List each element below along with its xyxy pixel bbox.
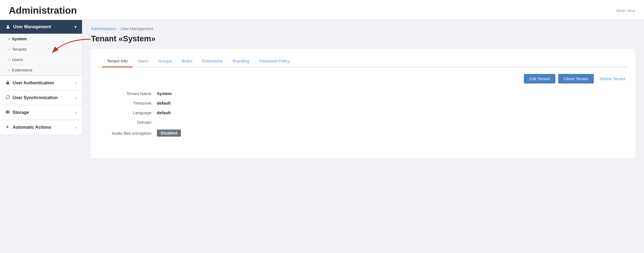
sidebar-item-label: Extensions (12, 68, 32, 72)
chevron-right-icon: » (8, 58, 10, 62)
chevron-left-icon: ‹ (75, 125, 77, 130)
sidebar-header-storage[interactable]: Storage ‹ (0, 105, 82, 120)
chevron-left-icon: ‹ (75, 96, 77, 100)
sidebar-items-user-management: » System » Tenants » Users » Extensions (0, 34, 82, 75)
svg-point-5 (9, 111, 9, 111)
field-label-audio-encryption: Audio files encryption: (98, 131, 152, 136)
field-label-domain: Domain: (98, 120, 152, 125)
field-row-domain: Domain: (98, 120, 629, 125)
sidebar-label-user-synchronization: User Synchronization (13, 95, 58, 100)
sidebar-item-label: Tenants (12, 47, 27, 51)
sidebar-label-automatic-actions: Automatic Actions (13, 125, 51, 130)
svg-point-6 (9, 113, 9, 113)
edit-tenant-button[interactable]: Edit Tenant (524, 74, 556, 84)
tab-extensions[interactable]: Extensions (197, 55, 227, 67)
main-content: Administration › User Management Tenant … (82, 20, 644, 251)
field-label-timezone: Timezone: (98, 101, 152, 105)
storage-icon (5, 110, 10, 115)
chevron-down-icon: ▾ (75, 25, 77, 29)
wide-view-link[interactable]: Wide view (616, 8, 635, 13)
content-card: Tenant Info Users Groups Roles Extension… (91, 49, 635, 158)
sidebar-item-label: Users (12, 57, 23, 62)
tenant-fields: Tenant Name: System Timezone: default La… (98, 91, 629, 137)
action-buttons: Edit Tenant Clone Tenant Delete Tenant (98, 74, 629, 84)
chevron-right-icon: » (8, 47, 10, 51)
sidebar-label-user-management: User Management (13, 24, 51, 29)
tab-bar: Tenant Info Users Groups Roles Extension… (98, 55, 629, 67)
field-value-timezone: default (157, 101, 171, 105)
chevron-left-icon: ‹ (75, 111, 77, 115)
sidebar: User Management ▾ » System » Tenants » (0, 20, 82, 135)
page-main-title: Administration (9, 5, 77, 16)
sidebar-item-tenants[interactable]: » Tenants (0, 44, 82, 54)
tab-users[interactable]: Users (132, 55, 153, 67)
status-badge-disabled: Disabled (157, 130, 181, 137)
svg-point-1 (7, 25, 9, 27)
tab-branding[interactable]: Branding (228, 55, 254, 67)
sidebar-header-user-authentication[interactable]: User Authentication ‹ (0, 76, 82, 90)
tab-tenant-info[interactable]: Tenant Info (102, 55, 132, 67)
chevron-right-icon: » (8, 68, 10, 72)
field-row-timezone: Timezone: default (98, 101, 629, 105)
sidebar-header-automatic-actions[interactable]: Automatic Actions ‹ (0, 120, 82, 134)
sidebar-item-label: System (12, 36, 27, 41)
field-row-tenant-name: Tenant Name: System (98, 91, 629, 96)
chevron-left-icon: ‹ (75, 81, 77, 85)
sidebar-header-user-synchronization[interactable]: User Synchronization ‹ (0, 90, 82, 105)
tab-roles[interactable]: Roles (177, 55, 197, 67)
delete-tenant-button[interactable]: Delete Tenant (597, 74, 629, 84)
sidebar-item-users[interactable]: » Users (0, 54, 82, 65)
breadcrumb: Administration › User Management (91, 27, 635, 31)
tab-password-policy[interactable]: Password Policy (254, 55, 295, 67)
top-header: Administration Wide view (0, 0, 644, 20)
sync-icon (5, 95, 10, 100)
sidebar-header-user-management[interactable]: User Management ▾ (0, 20, 82, 34)
field-row-audio-encryption: Audio files encryption: Disabled (98, 130, 629, 137)
field-row-language: Language: default (98, 110, 629, 115)
sidebar-label-user-authentication: User Authentication (13, 81, 54, 85)
sidebar-item-extensions[interactable]: » Extensions (0, 65, 82, 75)
breadcrumb-separator: › (118, 27, 119, 31)
sidebar-section-user-management: User Management ▾ » System » Tenants » (0, 20, 82, 76)
svg-rect-2 (6, 82, 9, 84)
clone-tenant-button[interactable]: Clone Tenant (558, 74, 594, 84)
tab-groups[interactable]: Groups (153, 55, 177, 67)
lock-icon (5, 80, 10, 86)
field-label-language: Language: (98, 110, 152, 115)
sidebar-section-storage: Storage ‹ (0, 105, 82, 120)
sidebar-section-automatic-actions: Automatic Actions ‹ (0, 120, 82, 135)
breadcrumb-user-management: User Management (121, 27, 153, 31)
breadcrumb-administration[interactable]: Administration (91, 27, 116, 31)
actions-icon (5, 125, 10, 130)
field-value-tenant-name: System (157, 91, 172, 96)
page-title: Tenant «System» (91, 34, 635, 43)
chevron-right-icon: » (8, 37, 10, 41)
sidebar-item-system[interactable]: » System (0, 34, 82, 44)
sidebar-label-storage: Storage (13, 110, 29, 115)
sidebar-section-user-authentication: User Authentication ‹ (0, 76, 82, 90)
user-icon (5, 24, 10, 29)
field-value-language: default (157, 110, 171, 115)
sidebar-section-user-synchronization: User Synchronization ‹ (0, 90, 82, 105)
field-label-tenant-name: Tenant Name: (98, 91, 152, 96)
